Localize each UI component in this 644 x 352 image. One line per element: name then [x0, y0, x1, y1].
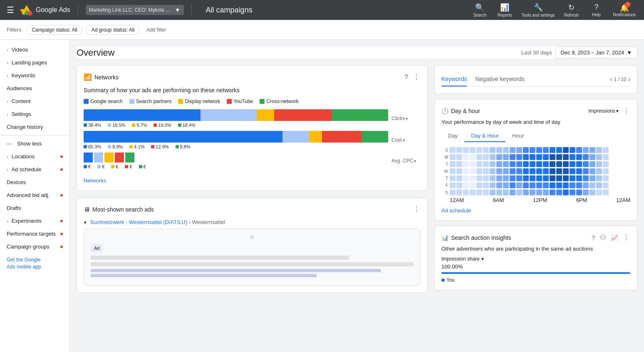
heatmap-cell[interactable]	[550, 147, 555, 153]
heatmap-cell[interactable]	[523, 182, 529, 188]
heatmap-cell[interactable]	[570, 147, 575, 153]
heatmap-cell[interactable]	[596, 190, 602, 195]
heatmap-cell[interactable]	[590, 190, 595, 195]
venn-diagram-icon[interactable]: ⚇	[599, 233, 607, 242]
heatmap-cell[interactable]	[450, 190, 456, 195]
heatmap-cell[interactable]	[583, 182, 589, 188]
heatmap-cell[interactable]	[470, 168, 476, 174]
heatmap-cell[interactable]	[483, 190, 489, 195]
sidebar-item-advanced-bid[interactable]: Advanced bid adj.	[0, 189, 69, 202]
heatmap-cell[interactable]	[503, 161, 509, 167]
heatmap-cell[interactable]	[516, 161, 522, 167]
tab-day[interactable]: Day	[441, 130, 464, 142]
heatmap-cell[interactable]	[576, 168, 582, 174]
heatmap-cell[interactable]	[530, 161, 535, 167]
heatmap-cell[interactable]	[496, 168, 502, 174]
heatmap-cell[interactable]	[463, 161, 469, 167]
sidebar-item-settings[interactable]: › Settings	[0, 108, 69, 121]
heatmap-cell[interactable]	[496, 161, 502, 167]
heatmap-cell[interactable]	[563, 147, 569, 153]
heatmap-cell[interactable]	[596, 182, 602, 188]
heatmap-cell[interactable]	[596, 154, 602, 160]
heatmap-cell[interactable]	[496, 154, 502, 160]
line-chart-icon[interactable]: 📈	[610, 234, 619, 242]
heatmap-cell[interactable]	[456, 154, 462, 160]
prev-arrow-icon[interactable]: ‹	[610, 76, 612, 83]
clicks-metric-label[interactable]: Clicks ▾	[391, 116, 421, 121]
heatmap-cell[interactable]	[536, 168, 542, 174]
heatmap-cell[interactable]	[603, 175, 609, 181]
heatmap-cell[interactable]	[490, 147, 495, 153]
notifications-action[interactable]: 🔔 7 Notifications	[610, 2, 639, 19]
heatmap-cell[interactable]	[530, 190, 535, 195]
ad-schedule-link[interactable]: Ad schedule	[441, 207, 471, 214]
heatmap-cell[interactable]	[596, 168, 602, 174]
heatmap-cell[interactable]	[450, 168, 456, 174]
sidebar-app-link[interactable]: Get the Google Ads mobile app	[0, 253, 69, 274]
heatmap-cell[interactable]	[490, 190, 495, 195]
heatmap-cell[interactable]	[490, 154, 495, 160]
heatmap-cell[interactable]	[550, 190, 555, 195]
heatmap-cell[interactable]	[563, 182, 569, 188]
heatmap-cell[interactable]	[510, 190, 515, 195]
heatmap-cell[interactable]	[510, 154, 515, 160]
sidebar-item-locations[interactable]: › Locations	[0, 150, 69, 163]
heatmap-cell[interactable]	[483, 161, 489, 167]
heatmap-cell[interactable]	[596, 161, 602, 167]
heatmap-cell[interactable]	[570, 182, 575, 188]
heatmap-cell[interactable]	[543, 147, 549, 153]
heatmap-cell[interactable]	[490, 161, 495, 167]
heatmap-cell[interactable]	[450, 182, 456, 188]
heatmap-cell[interactable]	[543, 161, 549, 167]
heatmap-cell[interactable]	[523, 175, 529, 181]
heatmap-cell[interactable]	[543, 190, 549, 195]
heatmap-cell[interactable]	[590, 161, 595, 167]
heatmap-cell[interactable]	[583, 168, 589, 174]
heatmap-cell[interactable]	[510, 182, 515, 188]
heatmap-cell[interactable]	[603, 190, 609, 195]
heatmap-cell[interactable]	[530, 147, 535, 153]
search-action[interactable]: 🔍 Search	[468, 1, 491, 19]
heatmap-cell[interactable]	[516, 147, 522, 153]
heatmap-cell[interactable]	[563, 175, 569, 181]
heatmap-cell[interactable]	[503, 190, 509, 195]
heatmap-cell[interactable]	[470, 154, 476, 160]
heatmap-cell[interactable]	[576, 182, 582, 188]
heatmap-cell[interactable]	[563, 154, 569, 160]
heatmap-cell[interactable]	[490, 168, 495, 174]
heatmap-cell[interactable]	[516, 168, 522, 174]
avg-cpc-metric-label[interactable]: Avg. CPC ▾	[391, 158, 421, 164]
sidebar-item-videos[interactable]: › Videos	[0, 43, 69, 56]
heatmap-cell[interactable]	[563, 161, 569, 167]
heatmap-cell[interactable]	[503, 168, 509, 174]
heatmap-cell[interactable]	[550, 175, 555, 181]
sidebar-item-devices[interactable]: Devices	[0, 176, 69, 189]
heatmap-cell[interactable]	[576, 175, 582, 181]
heatmap-cell[interactable]	[603, 168, 609, 174]
heatmap-cell[interactable]	[516, 182, 522, 188]
sidebar-item-landing-pages[interactable]: › Landing pages	[0, 56, 69, 69]
tab-keywords[interactable]: Keywords	[441, 72, 467, 86]
heatmap-cell[interactable]	[583, 190, 589, 195]
heatmap-cell[interactable]	[536, 161, 542, 167]
heatmap-cell[interactable]	[476, 154, 482, 160]
tab-day-hour[interactable]: Day & Hour	[464, 130, 505, 142]
heatmap-cell[interactable]	[583, 147, 589, 153]
heatmap-cell[interactable]	[563, 190, 569, 195]
heatmap-cell[interactable]	[556, 175, 562, 181]
heatmap-cell[interactable]	[470, 190, 476, 195]
heatmap-cell[interactable]	[583, 161, 589, 167]
help-circle-icon[interactable]: ?	[591, 234, 596, 242]
heatmap-cell[interactable]	[550, 182, 555, 188]
heatmap-cell[interactable]	[556, 147, 562, 153]
heatmap-cell[interactable]	[583, 175, 589, 181]
heatmap-cell[interactable]	[450, 175, 456, 181]
heatmap-cell[interactable]	[476, 161, 482, 167]
heatmap-cell[interactable]	[463, 168, 469, 174]
tools-action[interactable]: 🔧 Tools and settings	[518, 1, 558, 19]
more-options-icon[interactable]: ⋮	[622, 106, 630, 116]
heatmap-cell[interactable]	[576, 147, 582, 153]
help-circle-icon[interactable]: ?	[404, 73, 409, 82]
heatmap-cell[interactable]	[510, 168, 515, 174]
tab-hour[interactable]: Hour	[505, 130, 530, 142]
